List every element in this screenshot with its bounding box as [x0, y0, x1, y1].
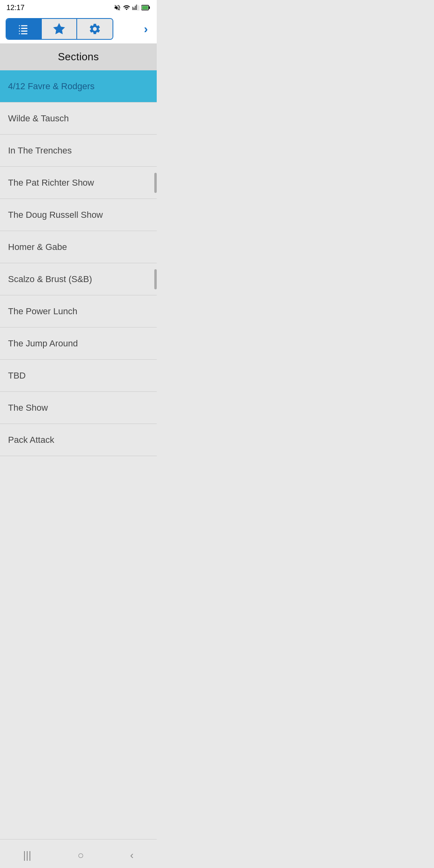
svg-rect-10 [21, 33, 27, 35]
battery-icon [141, 5, 150, 10]
status-bar: 12:17 [0, 0, 157, 14]
section-label-tbd: TBD [8, 371, 26, 381]
svg-rect-7 [19, 31, 20, 32]
scrollbar-indicator [154, 173, 157, 193]
section-item-power-lunch[interactable]: The Power Lunch [0, 295, 157, 328]
section-item-wilde-tausch[interactable]: Wilde & Tausch [0, 102, 157, 135]
section-item-favre-rodgers[interactable]: 4/12 Favre & Rodgers [0, 70, 157, 102]
svg-rect-3 [19, 25, 20, 27]
scrollbar-indicator [154, 269, 157, 289]
sections-header: Sections [0, 43, 157, 70]
section-label-scalzo-brust: Scalzo & Brust (S&B) [8, 274, 92, 285]
nav-tabs [6, 18, 113, 40]
gear-icon [88, 23, 101, 35]
section-label-power-lunch: The Power Lunch [8, 306, 77, 317]
status-time: 12:17 [6, 4, 25, 12]
section-item-the-show[interactable]: The Show [0, 392, 157, 424]
top-nav: › [0, 14, 157, 43]
tab-favorites[interactable] [42, 19, 77, 39]
section-label-pat-richter: The Pat Richter Show [8, 178, 94, 188]
svg-rect-1 [149, 6, 150, 9]
svg-rect-2 [142, 6, 148, 10]
status-icons [114, 4, 150, 11]
section-label-homer-gabe: Homer & Gabe [8, 242, 67, 252]
svg-rect-4 [21, 25, 27, 27]
section-item-tbd[interactable]: TBD [0, 360, 157, 392]
section-label-doug-russell: The Doug Russell Show [8, 210, 103, 220]
svg-rect-5 [19, 28, 20, 29]
section-label-the-show: The Show [8, 403, 48, 413]
section-label-favre-rodgers: 4/12 Favre & Rodgers [8, 81, 94, 92]
svg-rect-8 [21, 31, 27, 32]
star-icon [53, 23, 66, 35]
section-label-in-the-trenches: In The Trenches [8, 145, 72, 156]
tab-settings[interactable] [77, 19, 113, 39]
tab-list[interactable] [6, 19, 42, 39]
signal-icon [132, 4, 139, 11]
list-icon [17, 23, 30, 35]
section-item-jump-around[interactable]: The Jump Around [0, 328, 157, 360]
section-item-doug-russell[interactable]: The Doug Russell Show [0, 199, 157, 231]
section-label-jump-around: The Jump Around [8, 338, 78, 349]
svg-rect-9 [19, 33, 20, 35]
wifi-icon [123, 4, 130, 11]
nav-arrow[interactable]: › [141, 20, 151, 37]
svg-rect-6 [21, 28, 27, 29]
section-item-pat-richter[interactable]: The Pat Richter Show [0, 167, 157, 199]
section-item-scalzo-brust[interactable]: Scalzo & Brust (S&B) [0, 263, 157, 295]
section-label-pack-attack: Pack Attack [8, 435, 54, 445]
section-item-homer-gabe[interactable]: Homer & Gabe [0, 231, 157, 263]
section-item-in-the-trenches[interactable]: In The Trenches [0, 135, 157, 167]
sections-list: 4/12 Favre & RodgersWilde & TauschIn The… [0, 70, 157, 456]
mute-icon [114, 4, 121, 11]
section-label-wilde-tausch: Wilde & Tausch [8, 113, 69, 124]
section-item-pack-attack[interactable]: Pack Attack [0, 424, 157, 456]
